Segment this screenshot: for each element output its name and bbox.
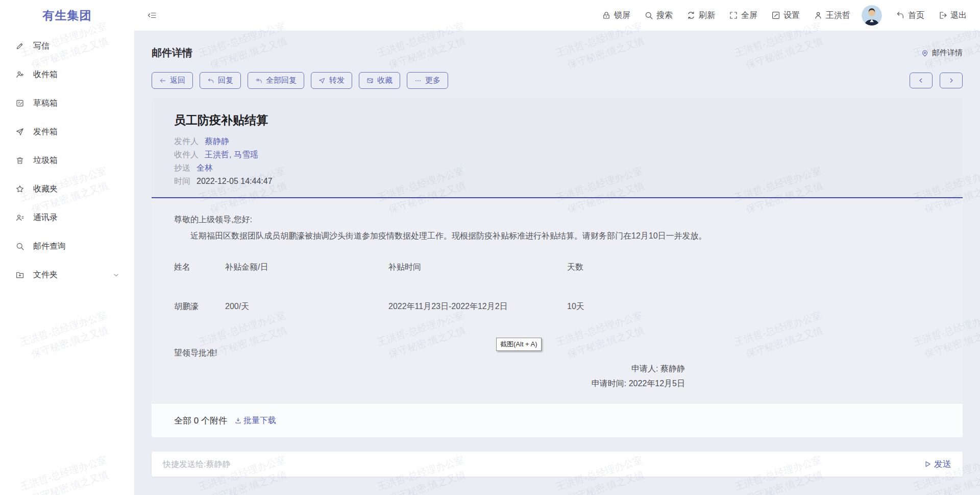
pencil-icon <box>15 41 24 51</box>
star-icon <box>15 184 24 194</box>
search-icon <box>644 11 653 20</box>
table-header-cell: 补贴时间 <box>388 262 567 273</box>
cc-link[interactable]: 全林 <box>197 161 213 175</box>
avatar[interactable] <box>862 5 882 26</box>
draft-doc-icon <box>15 99 24 108</box>
attachments-bar: 全部 0 个附件 批量下载 <box>152 403 963 437</box>
sidebar-item-label: 通讯录 <box>33 213 58 223</box>
main-area: 邮件详情 邮件详情 返回 回复 全部回复 转发 收藏 更多 <box>134 31 980 495</box>
prev-mail-button[interactable] <box>910 73 933 88</box>
contacts-icon <box>15 213 24 222</box>
current-user-button[interactable]: 王洪哲 <box>814 10 850 21</box>
mail-meta-sender: 发件人 蔡静静 <box>174 135 940 148</box>
location-pin-icon <box>921 49 929 57</box>
edit-square-icon <box>771 11 780 20</box>
sender-link[interactable]: 蔡静静 <box>205 135 229 148</box>
sidebar-item-folders[interactable]: 文件夹 <box>0 261 134 289</box>
trash-icon <box>15 156 24 165</box>
batch-download-link[interactable]: 批量下载 <box>234 415 276 426</box>
more-button[interactable]: 更多 <box>407 72 448 89</box>
body-paragraph: 近期福田区数据团队成员胡鹏濠被抽调沙头街道参加疫情数据处理工作。现根据防疫补贴标… <box>174 230 940 242</box>
title-row: 邮件详情 邮件详情 <box>152 46 963 60</box>
send-button[interactable]: 发送 <box>924 458 951 470</box>
return-arrow-icon <box>896 11 905 20</box>
forward-plane-icon <box>318 77 326 84</box>
sidebar-item-sent[interactable]: 发件箱 <box>0 117 134 146</box>
breadcrumb-label: 邮件详情 <box>932 48 963 58</box>
mail-meta-time: 时间 2022-12-05 14:44:47 <box>174 175 940 188</box>
applicant-line: 申请人: 蔡静静 <box>174 361 685 376</box>
sidebar-item-inbox[interactable]: 收件箱 <box>0 60 134 89</box>
sidebar: 写信 收件箱 草稿箱 发件箱 垃圾箱 收藏夹 通讯录 邮件查询 文件夹 <box>0 31 134 495</box>
lock-screen-button[interactable]: 锁屏 <box>602 10 630 21</box>
folder-plus-icon <box>15 270 24 279</box>
fullscreen-icon <box>729 11 738 20</box>
recipients-link[interactable]: 王洪哲, 马雪瑶 <box>205 148 258 161</box>
refresh-icon <box>687 11 696 20</box>
applicant-block: 申请人: 蔡静静 申请时间: 2022年12月5日 <box>174 361 940 391</box>
sidebar-item-favorites[interactable]: 收藏夹 <box>0 175 134 203</box>
header-actions: 锁屏 搜索 刷新 全屏 设置 王洪哲 <box>588 5 980 26</box>
reply-arrow-icon <box>207 77 214 84</box>
sidebar-item-label: 邮件查询 <box>33 241 66 252</box>
home-label: 首页 <box>908 10 924 21</box>
favorite-button[interactable]: 收藏 <box>359 72 400 89</box>
search-button[interactable]: 搜索 <box>644 10 673 21</box>
mail-subject: 员工防疫补贴结算 <box>174 112 940 128</box>
chevron-down-icon <box>112 271 120 279</box>
quick-send-input[interactable] <box>163 460 924 469</box>
mail-body: 尊敬的上级领导,您好: 近期福田区数据团队成员胡鹏濠被抽调沙头街道参加疫情数据处… <box>152 198 963 403</box>
back-button[interactable]: 返回 <box>152 72 193 89</box>
subsidy-table-row: 胡鹏濠 200/天 2022年11月23日-2022年12月2日 10天 <box>174 301 940 312</box>
user-icon <box>814 11 823 20</box>
sidebar-item-trash[interactable]: 垃圾箱 <box>0 146 134 175</box>
sidebar-item-compose[interactable]: 写信 <box>0 32 134 60</box>
mail-header: 员工防疫补贴结算 发件人 蔡静静 收件人 王洪哲, 马雪瑶 抄送 全林 时间 2… <box>152 98 963 198</box>
page-title: 邮件详情 <box>152 46 192 60</box>
mail-pager <box>910 73 963 88</box>
sidebar-item-label: 文件夹 <box>33 270 58 280</box>
sidebar-item-mail-query[interactable]: 邮件查询 <box>0 232 134 261</box>
mail-time: 2022-12-05 14:44:47 <box>197 175 273 188</box>
meta-label: 抄送 <box>174 161 190 175</box>
sidebar-item-contacts[interactable]: 通讯录 <box>0 203 134 232</box>
sidebar-item-label: 发件箱 <box>33 127 58 137</box>
lock-screen-label: 锁屏 <box>614 10 630 21</box>
table-header-cell: 天数 <box>567 262 940 273</box>
lock-icon <box>602 11 611 20</box>
body-greeting: 尊敬的上级领导,您好: <box>174 214 940 226</box>
top-header: 有生集团 锁屏 搜索 刷新 全屏 设置 王洪哲 <box>0 0 980 31</box>
attachments-summary: 全部 0 个附件 <box>174 415 227 427</box>
sidebar-item-label: 收件箱 <box>33 69 58 80</box>
reply-all-button[interactable]: 全部回复 <box>248 72 304 89</box>
mail-detail-card: 员工防疫补贴结算 发件人 蔡静静 收件人 王洪哲, 马雪瑶 抄送 全林 时间 2… <box>152 98 963 437</box>
mail-toolbar: 返回 回复 全部回复 转发 收藏 更多 <box>152 72 963 89</box>
table-cell-days: 10天 <box>567 301 940 312</box>
logout-label: 退出 <box>950 10 967 21</box>
sidebar-collapse-icon[interactable] <box>148 11 157 20</box>
reply-all-icon <box>255 77 262 84</box>
sidebar-item-label: 垃圾箱 <box>33 155 58 166</box>
forward-button[interactable]: 转发 <box>311 72 352 89</box>
breadcrumb: 邮件详情 <box>921 48 963 58</box>
refresh-button[interactable]: 刷新 <box>687 10 715 21</box>
mail-meta-cc: 抄送 全林 <box>174 161 940 175</box>
table-cell-period: 2022年11月23日-2022年12月2日 <box>388 301 567 312</box>
logout-button[interactable]: 退出 <box>938 10 967 21</box>
reply-button[interactable]: 回复 <box>200 72 241 89</box>
sidebar-item-label: 收藏夹 <box>33 184 58 195</box>
quick-send-bar: 发送 <box>152 452 963 477</box>
table-cell-amount: 200/天 <box>225 301 388 312</box>
next-mail-button[interactable] <box>940 73 963 88</box>
settings-button[interactable]: 设置 <box>771 10 800 21</box>
screenshot-tooltip: 截图(Alt + A) <box>496 338 542 351</box>
ellipsis-icon <box>414 77 422 84</box>
fullscreen-button[interactable]: 全屏 <box>729 10 757 21</box>
sidebar-item-drafts[interactable]: 草稿箱 <box>0 89 134 117</box>
settings-label: 设置 <box>783 10 800 21</box>
table-header-cell: 姓名 <box>174 262 225 273</box>
sidebar-item-label: 写信 <box>33 41 50 52</box>
mail-star-icon <box>366 77 374 84</box>
arrow-left-icon <box>159 77 166 84</box>
home-button[interactable]: 首页 <box>896 10 924 21</box>
